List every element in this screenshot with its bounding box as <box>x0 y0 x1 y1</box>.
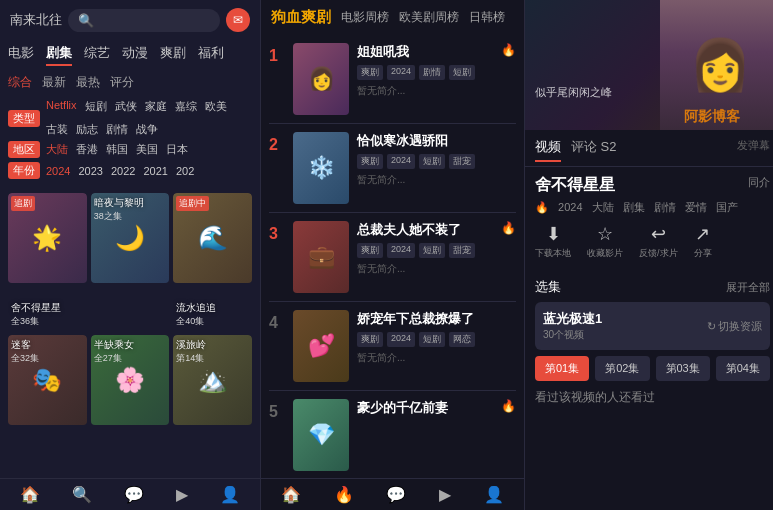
filter-2023[interactable]: 2023 <box>78 165 102 177</box>
drama-item-1[interactable]: 1 👩 姐姐吼我 爽剧 2024 剧情 短剧 暂无简介... 🔥 <box>269 35 516 124</box>
middle-nav-movie-rank[interactable]: 电影周榜 <box>341 9 389 26</box>
subtab-rating[interactable]: 评分 <box>110 74 134 91</box>
drama-tag-2-2: 短剧 <box>419 154 445 169</box>
drama-item-4[interactable]: 4 💕 娇宠年下总裁撩爆了 爽剧 2024 短剧 网恋 暂无简介... <box>269 302 516 391</box>
middle-nav-chat[interactable]: 💬 <box>386 485 406 504</box>
left-nav-discover[interactable]: 🔍 <box>72 485 92 504</box>
left-nav-profile[interactable]: 👤 <box>220 485 240 504</box>
filter-korea[interactable]: 韩国 <box>106 142 128 157</box>
filter-year-items: 2024 2023 2022 2021 202 <box>46 165 252 177</box>
filter-drama[interactable]: 剧情 <box>106 122 128 137</box>
drama-main-title: 舍不得星星 <box>535 175 615 196</box>
tab-movie[interactable]: 电影 <box>8 44 34 66</box>
poster-title-6: 溪旅岭 <box>176 338 249 352</box>
filter-war[interactable]: 战争 <box>136 122 158 137</box>
filter-older[interactable]: 202 <box>176 165 194 177</box>
filter-costume[interactable]: 古装 <box>46 122 68 137</box>
drama-tag-1-3: 短剧 <box>449 65 475 80</box>
filter-variety[interactable]: 嘉综 <box>175 99 197 114</box>
poster-count-1: 全36集 <box>11 315 84 328</box>
episode-btn-4[interactable]: 第04集 <box>716 356 770 381</box>
poster-count-6: 第14集 <box>176 352 249 365</box>
poster-overlay-2: 暗夜与黎明 38之集 <box>91 193 170 331</box>
recommend-title: 看过该视频的人还看过 <box>535 389 770 406</box>
middle-nav-korean-rank[interactable]: 日韩榜 <box>469 9 505 26</box>
right-tab-comments[interactable]: 评论 S2 <box>571 138 617 162</box>
right-tab-video[interactable]: 视频 <box>535 138 561 162</box>
subtab-hot[interactable]: 最热 <box>76 74 100 91</box>
tab-variety[interactable]: 综艺 <box>84 44 110 66</box>
drama-title-4: 娇宠年下总裁撩爆了 <box>357 310 516 328</box>
middle-nav-home[interactable]: 🏠 <box>281 485 301 504</box>
tab-drama[interactable]: 剧集 <box>46 44 72 66</box>
poster-item-5[interactable]: 🌸 半缺乘女 全27集 <box>91 335 170 473</box>
poster-title-1: 舍不得星星 <box>11 301 84 315</box>
filter-hk[interactable]: 香港 <box>76 142 98 157</box>
drama-title-5: 豪少的千亿前妻 <box>357 399 493 417</box>
middle-nav-user[interactable]: 👤 <box>484 485 504 504</box>
search-bar[interactable]: 🔍 <box>68 9 220 32</box>
filter-us[interactable]: 美国 <box>136 142 158 157</box>
tab-anime[interactable]: 动漫 <box>122 44 148 66</box>
episode-btn-3[interactable]: 第03集 <box>656 356 710 381</box>
meta-year: 2024 <box>558 201 582 213</box>
drama-item-3[interactable]: 3 💼 总裁夫人她不装了 爽剧 2024 短剧 甜宠 暂无简介... 🔥 <box>269 213 516 302</box>
drama-tags-2: 爽剧 2024 短剧 甜宠 <box>357 154 516 169</box>
drama-item-5[interactable]: 5 💎 豪少的千亿前妻 🔥 <box>269 391 516 478</box>
filter-martial[interactable]: 武侠 <box>115 99 137 114</box>
left-nav-play[interactable]: ▶ <box>176 485 188 504</box>
left-nav-home[interactable]: 🏠 <box>20 485 40 504</box>
action-share[interactable]: ↗ 分享 <box>694 223 712 260</box>
switch-source-btn[interactable]: ↻ 切换资源 <box>707 319 762 334</box>
action-feedback[interactable]: ↩ 反馈/求片 <box>639 223 678 260</box>
middle-panel: 狗血爽剧 电影周榜 欧美剧周榜 日韩榜 1 👩 姐姐吼我 爽剧 2024 剧情 … <box>260 0 525 510</box>
drama-tag-3-2: 短剧 <box>419 243 445 258</box>
filter-family[interactable]: 家庭 <box>145 99 167 114</box>
filter-netflix[interactable]: Netflix <box>46 99 77 114</box>
filter-2021[interactable]: 2021 <box>143 165 167 177</box>
refresh-icon: ↻ <box>707 320 716 333</box>
action-buttons: ⬇ 下载本地 ☆ 收藏影片 ↩ 反馈/求片 ↗ 分享 <box>535 223 770 260</box>
filter-shortdrama[interactable]: 短剧 <box>85 99 107 114</box>
filter-2022[interactable]: 2022 <box>111 165 135 177</box>
filter-japan[interactable]: 日本 <box>166 142 188 157</box>
action-download[interactable]: ⬇ 下载本地 <box>535 223 571 260</box>
episode-btn-1[interactable]: 第01集 <box>535 356 589 381</box>
middle-title: 狗血爽剧 <box>271 8 331 27</box>
search-input[interactable] <box>98 14 210 26</box>
poster-item-6[interactable]: 🏔️ 溪旅岭 第14集 <box>173 335 252 473</box>
poster-item-2[interactable]: 🌙 暗夜与黎明 38之集 <box>91 193 170 331</box>
poster-badge-1: 追剧 <box>11 196 35 211</box>
poster-item-4[interactable]: 🎭 迷客 全32集 <box>8 335 87 473</box>
filter-inspire[interactable]: 励志 <box>76 122 98 137</box>
left-nav-message[interactable]: 💬 <box>124 485 144 504</box>
filter-region-items: 大陆 香港 韩国 美国 日本 <box>46 142 252 157</box>
filter-2024[interactable]: 2024 <box>46 165 70 177</box>
poster-item-1[interactable]: 🌟 追剧 舍不得星星 全36集 <box>8 193 87 331</box>
drama-tags-3: 爽剧 2024 短剧 甜宠 <box>357 243 493 258</box>
drama-rank-5: 5 <box>269 403 285 421</box>
middle-nav-western-rank[interactable]: 欧美剧周榜 <box>399 9 459 26</box>
left-header-title: 南来北往 <box>10 11 62 29</box>
filter-western[interactable]: 欧美 <box>205 99 227 114</box>
tab-welfare[interactable]: 福利 <box>198 44 224 66</box>
right-tab-danmu[interactable]: 发弹幕 <box>737 138 770 162</box>
episode-btn-2[interactable]: 第02集 <box>595 356 649 381</box>
meta-region: 大陆 <box>592 201 614 213</box>
drama-item-2[interactable]: 2 ❄️ 恰似寒冰遇骄阳 爽剧 2024 短剧 甜宠 暂无简介... <box>269 124 516 213</box>
episode-section-title: 选集 <box>535 278 561 296</box>
tab-fun[interactable]: 爽剧 <box>160 44 186 66</box>
episode-expand-btn[interactable]: 展开全部 <box>726 280 770 295</box>
poster-item-3[interactable]: 🌊 追剧中 流水追追 全40集 <box>173 193 252 331</box>
subtab-new[interactable]: 最新 <box>42 74 66 91</box>
message-icon[interactable]: ✉ <box>226 8 250 32</box>
middle-nav-fire[interactable]: 🔥 <box>334 485 354 504</box>
action-favorite[interactable]: ☆ 收藏影片 <box>587 223 623 260</box>
poster-overlay-6: 溪旅岭 第14集 <box>173 335 252 473</box>
video-thumbnail[interactable]: 👩 似乎尾闲闲之峰 阿影博客 <box>525 0 773 130</box>
subtab-all[interactable]: 综合 <box>8 74 32 91</box>
filter-mainland[interactable]: 大陆 <box>46 142 68 157</box>
middle-nav-play[interactable]: ▶ <box>439 485 451 504</box>
drama-tag-2-1: 2024 <box>387 154 415 169</box>
meta-genre1: 剧情 <box>654 201 676 213</box>
